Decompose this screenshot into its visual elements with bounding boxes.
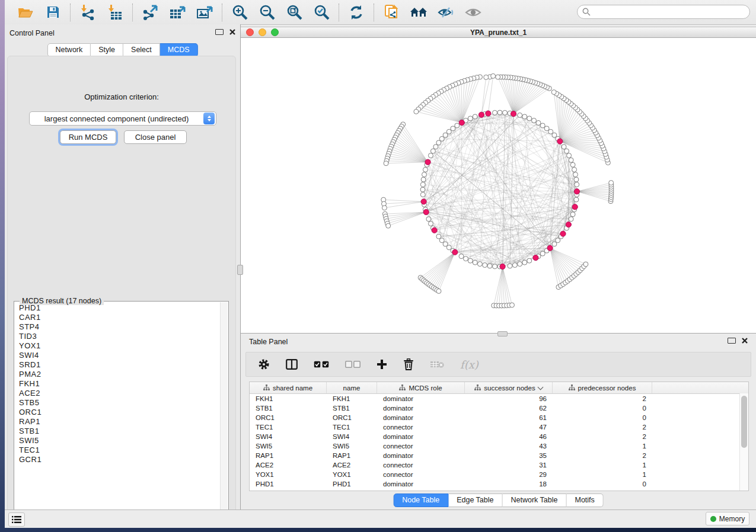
cell-MCDS-role[interactable]: dominator xyxy=(377,414,465,421)
cell-name[interactable]: ORC1 xyxy=(327,414,377,421)
cell-name[interactable]: RAP1 xyxy=(327,452,377,459)
cell-successor-nodes[interactable]: 35 xyxy=(465,452,553,459)
mcds-result-item[interactable]: CAR1 xyxy=(19,313,220,322)
cell-predecessor-nodes[interactable]: 0 xyxy=(553,480,652,488)
cell-MCDS-role[interactable]: connector xyxy=(377,424,465,431)
run-mcds-button[interactable]: Run MCDS xyxy=(60,130,116,144)
open-file-icon[interactable] xyxy=(16,4,35,21)
cell-successor-nodes[interactable]: 46 xyxy=(465,433,553,440)
first-neighbors-icon[interactable] xyxy=(409,4,428,21)
tab-style[interactable]: Style xyxy=(91,43,123,57)
column-header-MCDS-role[interactable]: MCDS role xyxy=(377,382,465,393)
cell-name[interactable]: PHD1 xyxy=(327,480,377,488)
table-row[interactable]: FKH1FKH1dominator962 xyxy=(250,394,748,403)
cell-shared-name[interactable]: RAP1 xyxy=(250,452,327,459)
cell-successor-nodes[interactable]: 47 xyxy=(465,424,553,431)
mcds-result-item[interactable]: FKH1 xyxy=(19,379,220,389)
tab-motifs[interactable]: Motifs xyxy=(566,493,603,507)
memory-button[interactable]: Memory xyxy=(706,512,749,525)
two-columns-icon[interactable] xyxy=(286,357,298,372)
cell-MCDS-role[interactable]: connector xyxy=(377,443,465,450)
mcds-result-item[interactable]: GCR1 xyxy=(19,455,220,464)
select-all-icon[interactable] xyxy=(314,357,329,372)
cell-MCDS-role[interactable]: dominator xyxy=(377,433,465,440)
cell-successor-nodes[interactable]: 61 xyxy=(465,414,553,421)
close-table-panel-icon[interactable] xyxy=(742,338,748,344)
cell-successor-nodes[interactable]: 43 xyxy=(465,443,553,450)
cell-shared-name[interactable]: YOX1 xyxy=(250,471,327,478)
cell-shared-name[interactable]: SWI4 xyxy=(250,433,327,440)
mcds-result-item[interactable]: ORC1 xyxy=(19,408,220,417)
tab-mcds[interactable]: MCDS xyxy=(160,43,198,57)
cell-name[interactable]: FKH1 xyxy=(327,395,377,402)
column-header-predecessor-nodes[interactable]: predecessor nodes xyxy=(553,382,652,393)
export-image-icon[interactable] xyxy=(195,4,214,21)
close-panel-icon[interactable] xyxy=(229,29,235,35)
search-box[interactable] xyxy=(577,5,750,19)
cell-name[interactable]: SWI4 xyxy=(327,433,377,440)
horizontal-splitter-handle[interactable] xyxy=(497,331,508,336)
cell-successor-nodes[interactable]: 29 xyxy=(465,471,553,478)
hide-selected-icon[interactable] xyxy=(436,4,455,21)
cell-MCDS-role[interactable]: connector xyxy=(377,462,465,469)
save-session-icon[interactable] xyxy=(43,4,62,21)
zoom-out-icon[interactable] xyxy=(257,4,276,21)
cell-name[interactable]: ACE2 xyxy=(327,462,377,469)
deselect-all-icon[interactable] xyxy=(345,357,361,372)
refresh-icon[interactable] xyxy=(347,4,366,21)
cell-name[interactable]: TEC1 xyxy=(327,424,377,431)
tab-network-table[interactable]: Network Table xyxy=(503,493,567,507)
cell-predecessor-nodes[interactable]: 2 xyxy=(553,452,652,459)
table-row[interactable]: SWI4SWI4dominator462 xyxy=(250,432,748,441)
mcds-result-item[interactable]: SWI5 xyxy=(19,436,220,446)
search-input[interactable] xyxy=(594,7,745,17)
cell-MCDS-role[interactable]: dominator xyxy=(377,452,465,459)
tab-node-table[interactable]: Node Table xyxy=(393,493,448,507)
mcds-result-item[interactable]: PHD1 xyxy=(19,303,220,313)
vertical-splitter-handle[interactable] xyxy=(237,265,243,275)
mcds-result-item[interactable]: YOX1 xyxy=(19,341,220,351)
export-network-icon[interactable] xyxy=(141,4,160,21)
cell-predecessor-nodes[interactable]: 2 xyxy=(553,433,652,440)
function-builder-icon[interactable]: f(x) xyxy=(460,357,479,372)
tab-edge-table[interactable]: Edge Table xyxy=(448,493,502,507)
mcds-result-item[interactable]: TID3 xyxy=(19,332,220,341)
import-network-icon[interactable] xyxy=(78,4,97,21)
cell-predecessor-nodes[interactable]: 0 xyxy=(553,414,652,421)
cell-predecessor-nodes[interactable]: 1 xyxy=(553,443,652,450)
status-menu-button[interactable] xyxy=(8,512,25,527)
delete-column-icon[interactable] xyxy=(403,357,414,372)
mcds-result-item[interactable]: STB5 xyxy=(19,398,220,408)
cell-predecessor-nodes[interactable]: 2 xyxy=(553,395,652,402)
table-row[interactable]: ACE2ACE2connector311 xyxy=(250,460,748,470)
mcds-result-item[interactable]: PMA2 xyxy=(19,370,220,379)
cell-MCDS-role[interactable]: connector xyxy=(377,471,465,478)
tab-network[interactable]: Network xyxy=(47,43,91,57)
zoom-selected-icon[interactable] xyxy=(312,4,331,21)
cell-shared-name[interactable]: PHD1 xyxy=(250,480,327,488)
cell-name[interactable]: STB1 xyxy=(327,405,377,412)
table-vscrollbar[interactable] xyxy=(739,393,748,491)
table-row[interactable]: TEC1TEC1connector472 xyxy=(250,422,748,432)
mcds-result-item[interactable]: STP4 xyxy=(19,322,220,332)
zoom-in-icon[interactable] xyxy=(230,4,249,21)
table-row[interactable]: RAP1RAP1dominator352 xyxy=(250,451,748,460)
cell-MCDS-role[interactable]: dominator xyxy=(377,480,465,488)
column-header-name[interactable]: name xyxy=(327,382,377,393)
mcds-result-item[interactable]: TEC1 xyxy=(19,446,220,455)
mcds-list-scrollbar[interactable] xyxy=(220,302,228,522)
delete-table-icon[interactable] xyxy=(430,357,444,372)
cell-shared-name[interactable]: ORC1 xyxy=(250,414,327,421)
close-panel-button[interactable]: Close panel xyxy=(124,130,187,144)
float-table-panel-icon[interactable] xyxy=(728,338,736,344)
settings-icon[interactable] xyxy=(258,357,270,372)
table-row[interactable]: ORC1ORC1dominator610 xyxy=(250,413,748,422)
cell-successor-nodes[interactable]: 18 xyxy=(465,480,553,488)
table-row[interactable]: PHD1PHD1dominator180 xyxy=(250,479,748,489)
tab-select[interactable]: Select xyxy=(123,43,160,57)
show-all-icon[interactable] xyxy=(464,4,483,21)
cell-successor-nodes[interactable]: 31 xyxy=(465,462,553,469)
cell-predecessor-nodes[interactable]: 1 xyxy=(553,462,652,469)
cell-shared-name[interactable]: FKH1 xyxy=(250,395,327,402)
export-table-icon[interactable] xyxy=(168,4,187,21)
